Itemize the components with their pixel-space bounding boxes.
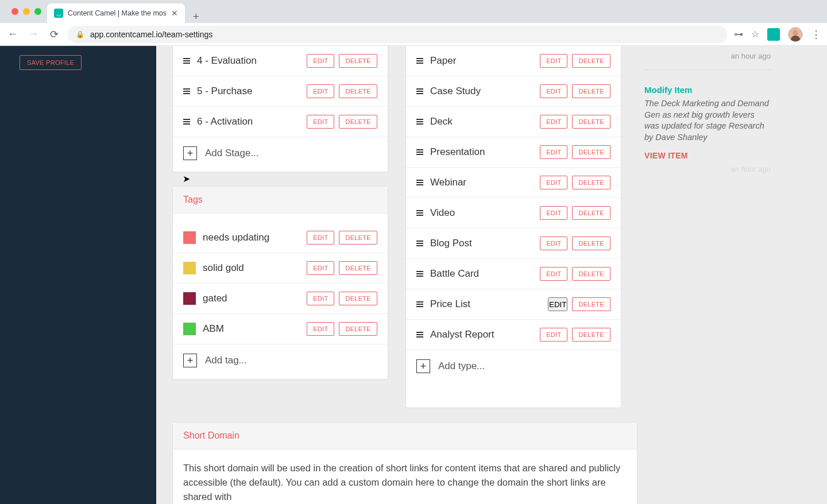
new-tab-button[interactable]: + <box>185 11 207 23</box>
type-label: Battle Card <box>430 268 533 280</box>
back-button[interactable]: ← <box>6 28 20 40</box>
delete-button[interactable]: DELETE <box>572 328 610 342</box>
minimize-window-button[interactable] <box>23 8 30 15</box>
drag-handle-icon[interactable] <box>416 301 423 307</box>
drag-handle-icon[interactable] <box>416 241 423 246</box>
edit-button[interactable]: EDIT <box>540 176 567 189</box>
edit-button[interactable]: EDIT <box>540 328 567 342</box>
edit-button[interactable]: EDIT <box>307 231 334 245</box>
drag-handle-icon[interactable] <box>416 88 423 94</box>
drag-handle-icon[interactable] <box>416 119 423 125</box>
edit-button[interactable]: EDIT <box>307 322 334 336</box>
stage-label: 6 - Activation <box>197 116 300 127</box>
delete-button[interactable]: DELETE <box>339 261 377 275</box>
edit-button[interactable]: EDIT <box>307 115 334 129</box>
svg-point-1 <box>791 35 801 41</box>
profile-avatar[interactable] <box>788 27 803 42</box>
favicon: ◡ <box>54 9 63 18</box>
delete-button[interactable]: DELETE <box>572 176 610 189</box>
browser-tab[interactable]: ◡ Content Camel | Make the mos ✕ <box>47 3 185 23</box>
cursor-icon: ➤ <box>183 173 190 184</box>
add-type-button[interactable]: + Add type... <box>406 350 621 385</box>
star-icon[interactable]: ☆ <box>751 29 759 40</box>
types-card: Paper EDITDELETE Case Study EDITDELETE D… <box>405 46 621 408</box>
window-controls <box>6 0 47 23</box>
sidebar: SAVE PROFILE <box>0 46 156 504</box>
drag-handle-icon[interactable] <box>416 149 423 155</box>
tags-header: Tags <box>173 187 388 214</box>
add-stage-button[interactable]: + Add Stage... <box>173 137 388 172</box>
delete-button[interactable]: DELETE <box>339 54 377 68</box>
delete-button[interactable]: DELETE <box>339 231 377 245</box>
delete-button[interactable]: DELETE <box>339 115 377 129</box>
edit-button[interactable]: EDIT <box>540 84 567 98</box>
edit-button[interactable]: EDIT <box>540 145 567 159</box>
edit-button[interactable]: EDIT <box>307 261 334 275</box>
edit-button[interactable]: EDIT <box>540 54 567 68</box>
edit-button[interactable]: EDIT <box>540 206 567 220</box>
type-label: Video <box>430 207 533 219</box>
type-label: Price List <box>430 298 541 310</box>
type-row: Price List EDITDELETE <box>406 289 621 320</box>
extension-icon[interactable] <box>767 28 780 41</box>
delete-button[interactable]: DELETE <box>572 206 610 220</box>
delete-button[interactable]: DELETE <box>572 237 610 250</box>
url-text: app.contentcamel.io/team-settings <box>90 30 212 39</box>
tags-card: Tags needs updating EDIT DELETE solid go… <box>172 186 388 379</box>
edit-button[interactable]: EDIT <box>540 237 567 250</box>
tag-row: gated EDIT DELETE <box>173 284 388 314</box>
tag-label: needs updating <box>203 232 300 243</box>
key-icon[interactable]: ⊶ <box>734 29 743 40</box>
menu-icon[interactable]: ⋮ <box>811 28 821 41</box>
add-tag-button[interactable]: + Add tag... <box>173 344 388 379</box>
close-tab-icon[interactable]: ✕ <box>171 9 178 18</box>
edit-button[interactable]: EDIT <box>307 54 334 68</box>
delete-button[interactable]: DELETE <box>339 84 377 98</box>
reload-button[interactable]: ⟳ <box>47 28 61 41</box>
drag-handle-icon[interactable] <box>416 332 423 338</box>
drag-handle-icon[interactable] <box>416 271 423 277</box>
edit-button[interactable]: EDIT <box>540 267 567 281</box>
save-profile-button[interactable]: SAVE PROFILE <box>20 55 82 70</box>
edit-button[interactable]: EDIT <box>540 115 567 129</box>
type-label: Deck <box>430 116 533 127</box>
drag-handle-icon[interactable] <box>183 58 190 64</box>
maximize-window-button[interactable] <box>34 8 41 15</box>
delete-button[interactable]: DELETE <box>572 267 610 281</box>
toolbar-icons: ⊶ ☆ ⋮ <box>734 27 821 42</box>
drag-handle-icon[interactable] <box>416 210 423 216</box>
type-label: Case Study <box>430 86 533 97</box>
delete-button[interactable]: DELETE <box>572 84 610 98</box>
tag-row: solid gold EDIT DELETE <box>173 253 388 284</box>
view-item-link[interactable]: VIEW ITEM <box>644 151 771 160</box>
drag-handle-icon[interactable] <box>416 180 423 185</box>
drag-handle-icon[interactable] <box>183 88 190 94</box>
delete-button[interactable]: DELETE <box>572 54 610 68</box>
delete-button[interactable]: DELETE <box>572 115 610 129</box>
edit-button[interactable]: EDIT <box>307 84 334 98</box>
delete-button[interactable]: DELETE <box>572 145 610 159</box>
delete-button[interactable]: DELETE <box>339 292 377 305</box>
plus-icon: + <box>416 359 430 373</box>
drag-handle-icon[interactable] <box>183 119 190 125</box>
activity-body: The Deck Marketing and Demand Gen as nex… <box>644 98 771 143</box>
type-label: Paper <box>430 55 533 67</box>
close-window-button[interactable] <box>11 8 18 15</box>
delete-button[interactable]: DELETE <box>339 322 377 336</box>
edit-button[interactable]: EDIT <box>548 297 567 311</box>
browser-chrome: ◡ Content Camel | Make the mos ✕ + ← → ⟳… <box>0 0 827 46</box>
type-label: Webinar <box>430 177 533 188</box>
forward-button[interactable]: → <box>26 28 40 40</box>
drag-handle-icon[interactable] <box>416 58 423 64</box>
tag-color-swatch <box>183 292 196 305</box>
main-content: 4 - Evaluation EDIT DELETE 5 - Purchase … <box>156 46 827 504</box>
add-tag-label: Add tag... <box>205 355 247 366</box>
stage-row: 5 - Purchase EDIT DELETE <box>173 76 388 107</box>
stage-label: 4 - Evaluation <box>197 55 300 67</box>
url-input[interactable]: 🔒 app.contentcamel.io/team-settings <box>68 26 727 43</box>
type-row: Presentation EDITDELETE <box>406 137 621 168</box>
activity-timestamp: an hour ago <box>644 52 771 70</box>
delete-button[interactable]: DELETE <box>572 297 610 311</box>
edit-button[interactable]: EDIT <box>307 292 334 305</box>
tag-color-swatch <box>183 231 196 244</box>
